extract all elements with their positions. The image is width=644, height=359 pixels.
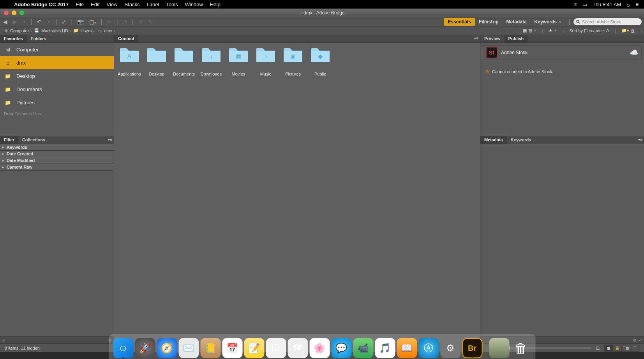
workspace-keywords[interactable]: Keywords▼ <box>531 18 566 26</box>
folder-documents[interactable]: Documents <box>173 47 195 77</box>
spotlight-icon[interactable]: ⌕ <box>626 1 630 8</box>
dock-reminders[interactable]: ☑ <box>266 338 286 358</box>
window-close-button[interactable] <box>4 11 9 15</box>
menubar-clock[interactable]: Thu 8:41 AM <box>593 2 621 7</box>
crumb-computer[interactable]: 🖥Computer <box>2 28 29 33</box>
dock-launchpad[interactable]: 🚀 <box>135 338 155 358</box>
filter-camera-raw[interactable]: Camera Raw <box>0 164 114 171</box>
adobe-stock-row[interactable]: St Adobe Stock ☁️ <box>483 45 642 60</box>
filter-pin-button[interactable]: ⇙ <box>2 338 5 342</box>
folder-downloads[interactable]: ↓ Downloads <box>200 47 222 77</box>
boomerang-button[interactable]: ⤢ <box>61 19 67 25</box>
app-menu[interactable]: Adobe Bridge CC 2017 <box>14 2 69 7</box>
filter-date-created[interactable]: Date Created <box>0 151 114 157</box>
filter-star-button[interactable]: ★▼ <box>549 28 557 33</box>
nav-forward-button[interactable]: ▶ <box>12 19 18 25</box>
display-icon[interactable]: ▭ <box>582 2 587 7</box>
tab-metadata[interactable]: Metadata <box>480 136 507 144</box>
favorite-desktop[interactable]: 📁Desktop <box>0 69 114 83</box>
metadata-cancel-button[interactable]: ⊘ <box>633 338 636 342</box>
folder-public[interactable]: ◆ Public <box>309 47 332 77</box>
recent-dropdown[interactable]: ▼ <box>46 20 51 24</box>
menu-help[interactable]: Help <box>210 2 221 7</box>
menu-label[interactable]: Label <box>146 2 159 7</box>
nav-history-dropdown[interactable]: ▼ <box>22 20 27 24</box>
content-panel-menu[interactable]: ▾≡ <box>474 36 478 40</box>
rotate-cw-button[interactable]: ↻ <box>148 19 154 25</box>
screen-share-icon[interactable]: ⎚ <box>574 2 577 7</box>
dock-trash[interactable]: 🗑 <box>511 338 531 358</box>
dock-mail[interactable]: ✉️ <box>178 338 199 358</box>
workspace-essentials[interactable]: Essentials <box>444 18 475 26</box>
dock-maps[interactable]: 🗺 <box>288 338 308 358</box>
crumb-macintosh-hd[interactable]: 💾Macintosh HD <box>34 28 68 33</box>
reveal-recent-button[interactable]: ↶ <box>36 19 42 25</box>
favorite-pictures[interactable]: 📁Pictures <box>0 96 114 109</box>
dock-contacts[interactable]: 📒 <box>200 338 221 358</box>
filter-keywords[interactable]: Keywords <box>0 144 114 151</box>
dock-facetime[interactable]: 📹 <box>353 338 373 358</box>
dock-finder[interactable]: ☺ <box>113 338 133 358</box>
tab-content[interactable]: Content <box>114 35 138 42</box>
menu-window[interactable]: Window <box>185 2 203 7</box>
dock-safari[interactable]: 🧭 <box>157 338 177 358</box>
menu-file[interactable]: File <box>76 2 84 7</box>
metadata-apply-button[interactable]: ✓ <box>639 338 642 342</box>
crumb-users[interactable]: 📁Users <box>73 28 92 33</box>
output-button[interactable]: ▢▾ <box>88 19 97 25</box>
thumb-size-large-icon[interactable]: ◻ <box>596 345 600 350</box>
dock-desktop-preview[interactable] <box>489 338 509 358</box>
dock-notes[interactable]: 📝 <box>244 338 264 358</box>
nav-back-button[interactable]: ◀ <box>2 19 8 25</box>
folder-movies[interactable]: ▦ Movies <box>227 47 250 77</box>
dock-calendar[interactable]: 📅 <box>222 338 242 358</box>
folder-applications[interactable]: A Applications <box>118 47 141 77</box>
tab-collections[interactable]: Collections <box>18 136 49 144</box>
view-mode-details[interactable]: ☰▦ <box>622 345 630 351</box>
menu-view[interactable]: View <box>107 2 118 7</box>
sort-control[interactable]: Sort by Filename▾ᐱ <box>569 28 609 33</box>
filter-date-modified[interactable]: Date Modified <box>0 157 114 164</box>
window-minimize-button[interactable] <box>12 11 16 15</box>
metadata-panel-menu[interactable]: ▾≡ <box>638 137 642 142</box>
window-zoom-button[interactable] <box>19 11 24 15</box>
new-folder-button[interactable]: 📁▾ <box>621 28 629 33</box>
dock-itunes[interactable]: 🎵 <box>375 338 395 358</box>
crumb-dmx[interactable]: ⌂dmx <box>96 28 112 33</box>
folder-pictures[interactable]: ◉ Pictures <box>282 47 304 77</box>
view-mode-lock[interactable]: 🔒 <box>613 345 622 351</box>
dock-bridge[interactable]: Br <box>462 338 482 358</box>
rotate-ccw-button[interactable]: ↺ <box>138 19 144 25</box>
view-mode-list[interactable]: ☰ <box>630 345 639 351</box>
menu-edit[interactable]: Edit <box>91 2 99 7</box>
sort-asc-icon[interactable]: ᐱ <box>606 28 609 33</box>
favorite-computer[interactable]: 🖥Computer <box>0 43 114 56</box>
tab-filter[interactable]: Filter <box>0 136 18 144</box>
trash-button[interactable]: 🗑 <box>631 28 635 33</box>
dock-appstore[interactable]: Ⓐ <box>418 338 439 358</box>
folder-music[interactable]: ♪ Music <box>254 47 277 77</box>
dock-preferences[interactable]: ⚙ <box>440 338 461 358</box>
view-options-buttons[interactable]: ▦▤▼ <box>523 28 537 33</box>
tab-folders[interactable]: Folders <box>27 35 50 42</box>
dock-photos[interactable]: 🌸 <box>309 338 330 358</box>
view-mode-thumbnails[interactable]: ▦ <box>605 345 613 351</box>
tab-right-keywords[interactable]: Keywords <box>507 136 535 144</box>
tab-favorites[interactable]: Favorites <box>0 35 27 42</box>
adobe-stock-search[interactable]: Search Adobe Stock <box>573 18 642 25</box>
get-photos-button[interactable]: 📷 <box>76 19 85 25</box>
workspace-metadata[interactable]: Metadata <box>503 18 531 26</box>
favorite-documents[interactable]: 📁Documents <box>0 83 114 96</box>
favorite-dmx[interactable]: ⌂dmx <box>0 56 114 69</box>
tab-preview[interactable]: Preview <box>480 35 505 42</box>
open-camera-raw-button[interactable]: ◔ <box>122 19 128 25</box>
notification-center-icon[interactable]: ≡ <box>635 2 639 7</box>
dock-ibooks[interactable]: 📖 <box>397 338 417 358</box>
dock-messages[interactable]: 💬 <box>331 338 351 358</box>
filter-panel-menu[interactable]: ▾≡ <box>108 137 112 142</box>
menu-tools[interactable]: Tools <box>166 2 178 7</box>
refine-button[interactable]: ⟳ <box>106 19 112 25</box>
tab-publish[interactable]: Publish <box>505 35 528 42</box>
workspace-filmstrip[interactable]: Filmstrip <box>475 18 503 26</box>
folder-desktop[interactable]: Desktop <box>145 47 168 77</box>
